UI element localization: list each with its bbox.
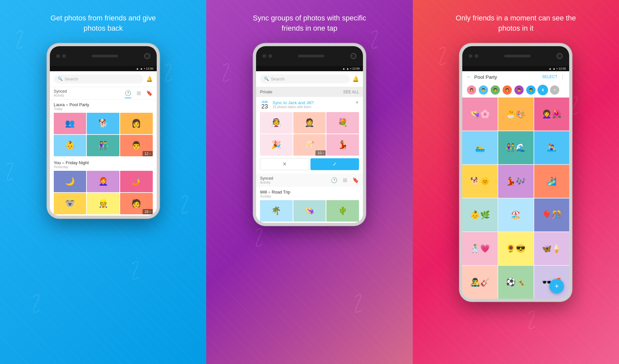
rt-photo-figure: 🌵 xyxy=(326,200,359,222)
avatar-add[interactable]: + xyxy=(549,85,560,95)
sync-photo-cell[interactable]: 🤵 xyxy=(293,112,326,134)
status-bar-1: ▲ ▲ ▪ 12:00 xyxy=(50,66,157,71)
time-display-3: 12:00 xyxy=(559,67,566,70)
pool-photo[interactable]: 🐕🌞 xyxy=(462,165,498,198)
avatar-count-badge[interactable]: 8 xyxy=(538,85,548,95)
moment-2-event: Friday Night xyxy=(66,160,89,165)
bell-icon-1[interactable]: 🔔 xyxy=(146,76,153,82)
photo-figure: 🐨 xyxy=(54,193,86,214)
avatar-6[interactable]: 👧 xyxy=(526,85,536,95)
avatar-5[interactable]: 👦 xyxy=(514,85,524,95)
photo-cell[interactable]: 👥 xyxy=(54,113,86,134)
sync-header: JUN 23 Sync to Jack and Jill? 15 photos … xyxy=(260,100,359,109)
pool-photo[interactable]: 🕺💗 xyxy=(462,232,498,265)
rt-photo-cell[interactable]: 👒 xyxy=(293,200,326,222)
pool-photo[interactable]: 👩‍🦱🌺 xyxy=(534,98,570,131)
pool-photo[interactable]: 👫🌊 xyxy=(498,131,534,164)
photo-count-1: 12 › xyxy=(143,151,153,156)
wifi-icon-2: ▲ xyxy=(346,67,349,70)
panel-2-title: Sync groups of photos with specific frie… xyxy=(247,13,372,34)
phone-3: ▲ ▲ ▪ 12:00 ← Pool Party SELECT ⋮ 👩 👨 🧑 … xyxy=(460,44,572,301)
avatar-4[interactable]: 👩 xyxy=(502,85,512,95)
photo-cell[interactable]: 🐕 xyxy=(87,113,119,134)
pool-photo[interactable]: 👶🌿 xyxy=(462,198,498,231)
pool-photo[interactable]: 🏄‍♂️ xyxy=(534,165,570,198)
front-camera-2 xyxy=(350,53,356,59)
pool-photo[interactable]: 👒🌸 xyxy=(462,98,498,131)
photo-figure: 👫 xyxy=(87,135,119,156)
rt-photo-cell[interactable]: 🌵 xyxy=(326,200,359,222)
photo-cell[interactable]: 👷 xyxy=(87,193,119,214)
sync-info: Sync to Jack and Jill? 15 photos taken w… xyxy=(273,100,352,109)
grid-icon-2[interactable]: ⊞ xyxy=(343,177,347,183)
pool-figure: 🌻😎 xyxy=(498,232,534,265)
pool-photo[interactable]: 🦋🍦 xyxy=(534,232,570,265)
photo-cell[interactable]: 👫 xyxy=(87,135,119,156)
panel-1-title: Get photos from friends and give photos … xyxy=(41,13,166,34)
photo-cell[interactable]: 🌙 xyxy=(54,171,86,192)
photo-cell[interactable]: 👶 xyxy=(54,135,86,156)
grid-tab-icon[interactable]: ⊞ xyxy=(137,90,141,96)
road-trip-arrow: » xyxy=(268,190,272,195)
pool-photo[interactable]: 🏊‍♂️ xyxy=(462,131,498,164)
sync-photo-cell[interactable]: 💃 xyxy=(326,134,359,156)
bell-icon-2[interactable]: 🔔 xyxy=(352,76,359,82)
clock-icon-2[interactable]: 🕐 xyxy=(331,177,338,183)
phone-bezel-top-2 xyxy=(256,46,363,66)
photo-figure: 👩 xyxy=(120,113,153,134)
app-bar-2: 🔍 Search 🔔 xyxy=(256,71,363,87)
pool-photo[interactable]: 🌻😎 xyxy=(498,232,534,265)
phone-speaker-3 xyxy=(504,55,531,57)
see-all-button[interactable]: SEE ALL xyxy=(343,90,359,94)
sync-confirm-button[interactable]: ✓ xyxy=(310,158,359,170)
search-box-2[interactable]: 🔍 Search xyxy=(260,75,350,83)
bookmark-tab-icon[interactable]: 🔖 xyxy=(146,90,153,96)
avatar-2[interactable]: 👨 xyxy=(478,85,489,95)
pool-photo[interactable]: 👨‍🎤🎸 xyxy=(462,266,498,299)
sync-photo-figure: 🎉 xyxy=(260,134,293,156)
sync-photo-cell[interactable]: 🎉 xyxy=(260,134,293,156)
sync-photo-cell-count[interactable]: 🥂 10 › xyxy=(293,134,326,156)
sync-day: 23 xyxy=(260,104,269,109)
photo-cell[interactable]: 👩‍🦰 xyxy=(87,171,119,192)
photo-cell-count[interactable]: 🧑 18 › xyxy=(120,193,153,214)
clock-tab-icon[interactable]: 🕐 xyxy=(125,90,131,96)
sync-expand-icon[interactable]: ▼ xyxy=(355,100,359,105)
rt-photo-cell[interactable]: 🌴 xyxy=(260,200,293,222)
panel-pool-party: Only friends in a moment can see the pho… xyxy=(413,0,619,364)
search-box-1[interactable]: 🔍 Search xyxy=(54,75,144,83)
pool-photo[interactable]: 💃🎶 xyxy=(498,165,534,198)
sync-photo-cell[interactable]: 👰 xyxy=(260,112,293,134)
pool-photo[interactable]: ⚽🤸 xyxy=(498,266,534,299)
pool-photo[interactable]: 🐣🎨 xyxy=(498,98,534,131)
more-options-icon[interactable]: ⋮ xyxy=(560,74,565,80)
moment-2: You » Friday Night Yesterday 🌙 👩‍🦰 🤳 xyxy=(50,158,157,216)
private-label: Private xyxy=(260,90,272,94)
photo-cell[interactable]: 👩 xyxy=(120,113,153,134)
photo-cell[interactable]: 🐨 xyxy=(54,193,86,214)
time-display-1: 12:00 xyxy=(146,67,153,70)
sync-photo-cell[interactable]: 💐 xyxy=(326,112,359,134)
search-icon-1: 🔍 xyxy=(58,76,63,81)
pool-figure: 💃🎶 xyxy=(498,165,534,198)
sync-cancel-button[interactable]: ✕ xyxy=(260,158,309,170)
pool-photo[interactable]: 🏖️ xyxy=(498,198,534,231)
pool-photo[interactable]: 🤽‍♀️ xyxy=(534,131,570,164)
phone-bezel-top-1 xyxy=(50,46,157,66)
back-arrow-icon[interactable]: ← xyxy=(466,74,472,80)
moment-1-title: Laura » Pool Party xyxy=(54,102,153,107)
pool-figure: 🏊‍♂️ xyxy=(462,131,498,164)
tab-synced-label: Synced Activity xyxy=(54,89,67,97)
phone-speaker-2 xyxy=(298,55,324,57)
phone-cameras-3 xyxy=(469,54,478,58)
photo-cell[interactable]: 🤳 xyxy=(120,171,153,192)
avatar-1[interactable]: 👩 xyxy=(466,85,477,95)
moment-2-date: Yesterday xyxy=(54,165,153,169)
avatar-3[interactable]: 🧑 xyxy=(490,85,501,95)
pool-photo[interactable]: 🎈🎊 xyxy=(534,198,570,231)
fab-add-button[interactable]: + xyxy=(549,279,564,293)
photo-cell-count[interactable]: 👨 12 › xyxy=(120,135,153,156)
avatar-row: 👩 👨 🧑 👩 👦 👧 8 + xyxy=(462,83,569,98)
bookmark-icon-2[interactable]: 🔖 xyxy=(352,177,359,183)
select-button[interactable]: SELECT xyxy=(542,75,558,79)
